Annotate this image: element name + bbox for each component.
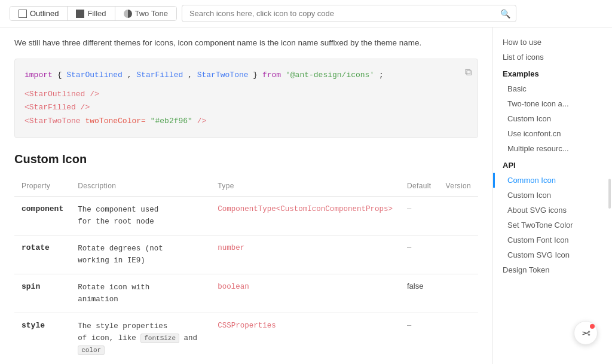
code-attr-twotone-val: "#eb2f96" [151,117,192,126]
sidebar-item-how-to-use[interactable]: How to use [493,35,612,50]
copy-icon[interactable]: ⧉ [465,65,472,81]
intro-text: We still have three different themes for… [14,37,478,49]
inline-code-color: color [78,345,105,355]
col-description: Description [71,176,210,197]
code-block: ⧉ import { StarOutlined , StarFilled , S… [14,59,478,137]
sidebar-label: Design Token [503,265,550,274]
desc-component: The component usedfor the root node [71,196,210,235]
col-property: Property [14,176,71,197]
section-title: Custom Icon [14,152,478,166]
tab-outlined-label: Outlined [30,9,59,18]
type-rotate: number [210,235,400,274]
search-icon: 🔍 [500,9,510,19]
inline-code-fontSize: fontSize [140,334,179,343]
sidebar-label: Custom SVG Icon [507,250,570,259]
code-import-path: '@ant-design/icons' [286,71,374,79]
table-row: component The component usedfor the root… [14,196,478,235]
top-bar: Outlined Filled Two Tone 🔍 [0,0,612,27]
main-layout: We still have three different themes for… [0,27,612,364]
code-line-1: import { StarOutlined , StarFilled , Sta… [25,69,468,82]
api-table: Property Description Type Default Versio… [14,176,478,363]
code-attr-twotone-color: twoToneColor= [85,117,145,126]
search-input[interactable] [182,5,516,22]
sidebar-item-common-icon[interactable]: Common Icon [493,173,612,188]
sidebar-item-list-of-icons[interactable]: List of icons [493,50,612,65]
prop-component: component [14,196,71,235]
code-line-2: <StarOutlined /> [25,88,468,101]
sidebar-label: API [503,161,516,170]
sidebar-item-set-twotone[interactable]: Set TwoTone Color [493,218,612,233]
sidebar-item-design-token[interactable]: Design Token [493,262,612,277]
sidebar-item-custom-icon-api[interactable]: Custom Icon [493,188,612,203]
sidebar-label: Multiple resourc... [507,144,569,153]
desc-style: The style propertiesof icon, like fontSi… [71,313,210,363]
prop-rotate: rotate [14,235,71,274]
sidebar-item-custom-icon-ex[interactable]: Custom Icon [493,111,612,126]
outlined-icon [19,10,27,18]
sidebar-item-iconfont[interactable]: Use iconfont.cn [493,126,612,141]
code-line-3: <StarFilled /> [25,101,468,114]
sidebar-label: Two-tone icon a... [507,99,569,108]
col-version: Version [438,176,478,197]
default-style: – [400,313,439,363]
twotone-icon [124,10,132,18]
sidebar-item-about-svg[interactable]: About SVG icons [493,203,612,218]
sidebar-section-api: API [493,156,612,173]
code-kw-star-filled: StarFilled [136,71,183,79]
content-area: We still have three different themes for… [0,27,492,364]
code-spacer [25,82,468,88]
code-line-4: <StarTwoTone twoToneColor= "#eb2f96" /> [25,115,468,128]
tab-filled[interactable]: Filled [68,7,115,20]
sidebar-item-multiple[interactable]: Multiple resourc... [493,141,612,156]
sidebar-section-examples: Examples [493,65,612,81]
sidebar-item-custom-font[interactable]: Custom Font Icon [493,233,612,247]
scrollbar-thumb [608,179,611,209]
sidebar-item-two-tone[interactable]: Two-tone icon a... [493,96,612,111]
type-spin: boolean [210,274,400,313]
sidebar-label: Common Icon [507,176,556,185]
code-star-twotone-open: <StarTwoTone [25,117,81,126]
code-star-filled-tag: <StarFilled /> [25,103,90,112]
default-spin: false [400,274,439,313]
sidebar-label: Custom Font Icon [507,235,569,244]
sidebar-label: Custom Icon [507,114,551,123]
sidebar-label: Use iconfont.cn [507,129,561,138]
sidebar-label: Custom Icon [507,191,551,200]
float-btn-dot [590,324,595,329]
version-component [438,196,478,235]
code-star-twotone-close: /> [197,117,207,126]
sidebar-label: Basic [507,84,527,93]
tab-outlined[interactable]: Outlined [10,7,68,20]
table-row: style The style propertiesof icon, like … [14,313,478,363]
sidebar: How to use List of icons Examples Basic … [492,27,612,364]
version-rotate [438,235,478,274]
table-header-row: Property Description Type Default Versio… [14,176,478,197]
sidebar-item-basic[interactable]: Basic [493,81,612,96]
prop-style: style [14,313,71,363]
default-rotate: – [400,235,439,274]
code-kw-import: import [25,71,53,79]
theme-tabs: Outlined Filled Two Tone [10,6,177,21]
col-default: Default [400,176,439,197]
version-style [438,313,478,363]
sidebar-label: Examples [503,69,539,78]
code-star-outlined-tag: <StarOutlined /> [25,90,99,99]
default-component: – [400,196,439,235]
desc-rotate: Rotate degrees (notworking in IE9) [71,235,210,274]
tab-twotone-label: Two Tone [135,9,168,18]
float-button[interactable]: ✂ [574,321,598,345]
sidebar-item-custom-svg[interactable]: Custom SVG Icon [493,247,612,262]
type-style: CSSProperties [210,313,400,363]
filled-icon [76,10,84,18]
tab-filled-label: Filled [87,9,106,18]
desc-spin: Rotate icon withanimation [71,274,210,313]
col-type: Type [210,176,400,197]
table-row: spin Rotate icon withanimation boolean f… [14,274,478,313]
sidebar-label: Set TwoTone Color [507,221,573,230]
code-kw-from: from [262,71,281,79]
table-row: rotate Rotate degrees (notworking in IE9… [14,235,478,274]
sidebar-label: How to use [503,38,541,47]
tab-twotone[interactable]: Two Tone [115,7,176,20]
type-component: ComponentType<CustomIconComponentProps> [210,196,400,235]
sidebar-label: List of icons [503,53,544,62]
